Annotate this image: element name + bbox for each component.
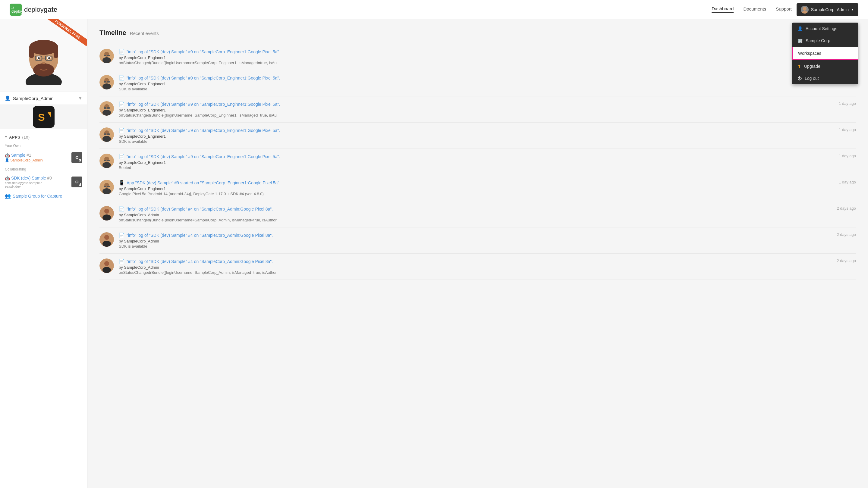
svg-rect-40: [104, 133, 106, 135]
svg-rect-50: [104, 186, 106, 187]
timeline-by: by SampleCorp_Admin: [119, 239, 827, 243]
svg-point-37: [102, 110, 111, 116]
svg-rect-26: [107, 55, 110, 56]
timeline-detail: onStatusChanged(Bundle[{loginUsername=Sa…: [119, 270, 827, 275]
timeline-detail: onStatusChanged(Bundle[{loginUsername=Sa…: [119, 113, 827, 118]
nav-dashboard[interactable]: Dashboard: [712, 6, 734, 13]
timeline-event-link[interactable]: 📄 "info" log of "SDK (dev) Sample" #4 on…: [119, 206, 827, 212]
gear-icon: ⚙: [75, 155, 79, 160]
svg-rect-30: [104, 81, 106, 83]
your-own-label: Your Own: [0, 142, 87, 150]
timeline-by: by SampleCorp_Enginner1: [119, 56, 827, 60]
chevron-down-icon: ▼: [851, 8, 854, 11]
timeline-event-link[interactable]: 📄 "info" log of "SDK (dev) Sample" #4 on…: [119, 232, 827, 238]
app-logo: S: [33, 106, 55, 128]
app-name-link-sample[interactable]: Sample #1: [11, 153, 31, 158]
nav-links: Dashboard Documents Support: [712, 6, 792, 13]
app-row-sample[interactable]: 🤖 Sample #1 👤 SampleCorp_Admin ⚙: [0, 150, 87, 165]
timeline-item: 📄 "info" log of "SDK (dev) Sample" #9 on…: [99, 70, 856, 96]
group-row-sample[interactable]: 👥 Sample Group for Capture: [0, 191, 87, 201]
upgrade-icon: ⬆: [798, 64, 801, 69]
timeline-content: 📄 "info" log of "SDK (dev) Sample" #9 on…: [119, 154, 827, 170]
timeline-content: 📄 "info" log of "SDK (dev) Sample" #4 on…: [119, 232, 827, 249]
timeline-by: by SampleCorp_Enginner1: [119, 187, 827, 191]
svg-rect-10: [54, 47, 58, 58]
timeline-event-link[interactable]: 📄 "info" log of "SDK (dev) Sample" #9 on…: [119, 49, 827, 55]
building-icon: 🏢: [798, 38, 803, 43]
collaborating-label: Collaborating: [0, 165, 87, 173]
svg-point-61: [102, 267, 111, 273]
apps-label: APPS: [9, 135, 20, 139]
timeline-content: 📄 "info" log of "SDK (dev) Sample" #9 on…: [119, 49, 827, 65]
dropdown-logout[interactable]: ⏻ Log out: [792, 72, 858, 84]
svg-rect-31: [107, 81, 110, 83]
timeline-detail: SDK is available: [119, 244, 827, 249]
gear-icon-sdk: ⚙: [75, 180, 79, 184]
person-icon: 👤: [5, 96, 10, 101]
timeline-event-link[interactable]: 📱 App "SDK (dev) Sample" #9 started on "…: [119, 180, 827, 186]
user-info-row: 👤 SampleCorp_Admin ▼: [0, 92, 87, 105]
log-icon: 📄: [119, 49, 125, 55]
gear-button-sample[interactable]: ⚙: [71, 152, 82, 163]
timeline-avatar-engineer: [99, 101, 114, 116]
timeline-content: 📄 "info" log of "SDK (dev) Sample" #9 on…: [119, 127, 827, 144]
timeline-avatar-engineer: [99, 49, 114, 63]
avatar-container: PERSONAL FREE: [0, 19, 87, 92]
dropdown-sample-corp[interactable]: 🏢 Sample Corp: [792, 35, 858, 47]
dropdown-workspaces[interactable]: Workspaces: [792, 47, 858, 60]
timeline-item: 📄 "info" log of "SDK (dev) Sample" #9 on…: [99, 123, 856, 149]
app-row-sdk-info: 🤖 SDK (dev) Sample #9 com.deploygate.sam…: [5, 175, 52, 188]
timeline-by: by SampleCorp_Admin: [119, 265, 827, 270]
app-name-link-sdk[interactable]: SDK (dev) Sample #9: [11, 175, 52, 181]
group-icon: 👥: [5, 193, 11, 199]
timeline-content: 📄 "info" log of "SDK (dev) Sample" #9 on…: [119, 75, 827, 91]
svg-rect-35: [104, 107, 106, 109]
main-layout: PERSONAL FREE: [0, 19, 868, 488]
timeline-event-link[interactable]: 📄 "info" log of "SDK (dev) Sample" #4 on…: [119, 258, 827, 264]
app-row-sdk[interactable]: 🤖 SDK (dev) Sample #9 com.deploygate.sam…: [0, 173, 87, 191]
apps-count: (10): [22, 135, 30, 139]
timeline-content: 📄 "info" log of "SDK (dev) Sample" #9 on…: [119, 101, 827, 118]
user-menu-container: SampleCorp_Admin ▼ 👤 Account Settings 🏢 …: [797, 3, 858, 16]
username-label: SampleCorp_Admin: [13, 96, 53, 101]
svg-point-47: [102, 162, 111, 168]
dropdown-account-settings[interactable]: 👤 Account Settings: [792, 23, 858, 35]
user-avatar: [801, 6, 809, 13]
svg-rect-41: [107, 133, 110, 135]
logo-text: deploygate: [24, 6, 57, 13]
timeline-event-link[interactable]: 📄 "info" log of "SDK (dev) Sample" #9 on…: [119, 101, 827, 107]
nav-documents[interactable]: Documents: [743, 6, 766, 13]
app-name-sample[interactable]: 🤖 Sample #1: [5, 153, 43, 158]
timeline-event-link[interactable]: 📄 "info" log of "SDK (dev) Sample" #9 on…: [119, 127, 827, 133]
group-link-sample[interactable]: Sample Group for Capture: [13, 194, 62, 198]
logo-area: 12 deploy deploygate: [10, 4, 57, 16]
nav-support[interactable]: Support: [776, 6, 792, 13]
timeline-avatar-engineer: [99, 127, 114, 142]
timeline-time: 2 days ago: [832, 206, 856, 210]
dropdown-menu: 👤 Account Settings 🏢 Sample Corp Workspa…: [792, 23, 858, 84]
log-icon: 📄: [119, 101, 125, 107]
timeline-time: 1 day ago: [832, 101, 856, 106]
dropdown-upgrade[interactable]: ⬆ Upgrade: [792, 60, 858, 72]
dropdown-arrow-icon[interactable]: ▼: [78, 96, 82, 101]
timeline-avatar-admin: [99, 206, 114, 221]
app-icon-container: S: [0, 105, 87, 129]
gear-button-sdk[interactable]: ⚙: [71, 176, 82, 187]
timeline-subtitle: Recent events: [130, 31, 159, 36]
content-area: Timeline Recent events 📄: [87, 19, 868, 488]
timeline-time: 2 days ago: [832, 258, 856, 263]
timeline-event-link[interactable]: 📄 "info" log of "SDK (dev) Sample" #9 on…: [119, 75, 827, 81]
timeline-event-link[interactable]: 📄 "info" log of "SDK (dev) Sample" #9 on…: [119, 154, 827, 159]
svg-text:deploy: deploy: [11, 9, 22, 13]
timeline-time: 1 day ago: [832, 127, 856, 132]
log-icon: 📄: [119, 154, 125, 159]
timeline-header: Timeline Recent events: [99, 29, 856, 37]
timeline-list: 📄 "info" log of "SDK (dev) Sample" #9 on…: [99, 44, 856, 280]
log-icon: 📄: [119, 75, 125, 81]
app-name-sdk[interactable]: 🤖 SDK (dev) Sample #9: [5, 175, 52, 181]
user-menu-button[interactable]: SampleCorp_Admin ▼: [797, 3, 858, 16]
timeline-item: 📱 App "SDK (dev) Sample" #9 started on "…: [99, 175, 856, 201]
svg-rect-25: [104, 55, 106, 56]
header: 12 deploy deploygate Dashboard Documents…: [0, 0, 868, 19]
app-logo-svg: S: [36, 109, 51, 124]
